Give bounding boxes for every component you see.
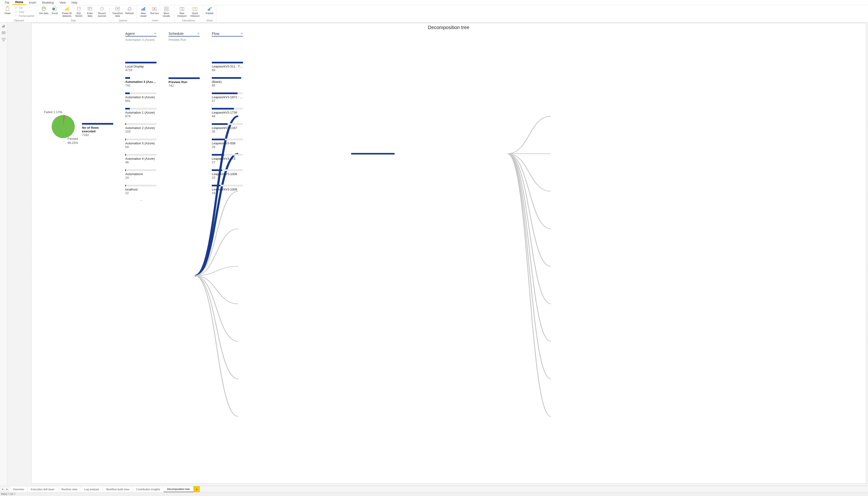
- decomp-node[interactable]: Local Display4718: [125, 62, 156, 72]
- svg-rect-42: [4, 38, 5, 39]
- svg-rect-33: [2, 26, 3, 27]
- decomp-header-schedule[interactable]: Schedule ✕: [168, 31, 200, 36]
- decomp-node-value: 29: [212, 145, 243, 149]
- decomp-node[interactable]: LeapworkV3-116735: [212, 123, 243, 133]
- decomp-node[interactable]: Automation 3 (Azure)742: [125, 77, 156, 87]
- chevron-down-icon[interactable]: ⌄: [125, 198, 156, 202]
- pie-label-passed: Passed 98.25%: [68, 137, 78, 145]
- transform-icon: [115, 6, 120, 12]
- format-painter-button[interactable]: Format painter: [13, 14, 35, 18]
- decomp-bar-fill: [125, 154, 126, 156]
- tabs-next-button[interactable]: ►: [5, 486, 10, 492]
- publish-button[interactable]: Publish: [204, 6, 215, 15]
- decomp-node-title: Automation 5 (Azure): [125, 141, 156, 145]
- menu-help[interactable]: Help: [69, 0, 80, 5]
- refresh-button[interactable]: Refresh: [124, 6, 135, 15]
- publish-icon: [207, 6, 212, 12]
- page-tab[interactable]: Execution drill down: [28, 486, 58, 492]
- new-visual-button[interactable]: New visual: [138, 6, 149, 18]
- decomp-node-title: LeapworkV3-1009: [212, 188, 243, 191]
- recent-sources-button[interactable]: Recent sources: [96, 6, 108, 18]
- menu-insert[interactable]: Insert: [26, 0, 39, 5]
- close-icon[interactable]: ✕: [240, 32, 243, 35]
- menu-modeling[interactable]: Modeling: [39, 0, 57, 5]
- data-view-icon[interactable]: [1, 31, 6, 35]
- decomp-node[interactable]: Automation 4 (Azure)46: [125, 154, 156, 164]
- decomp-header-agent[interactable]: Agent ✕: [125, 31, 156, 36]
- decomposition-tree-visual[interactable]: Agent ✕ Automation 3 (Azure) Schedule ✕ …: [82, 31, 864, 481]
- sql-server-button[interactable]: SQL Server: [74, 6, 84, 18]
- leader-line-icon: [58, 111, 65, 116]
- close-icon[interactable]: ✕: [154, 32, 156, 35]
- decomp-bar-track: [125, 92, 156, 94]
- more-visuals-button[interactable]: More visuals: [160, 6, 173, 18]
- decomp-node[interactable]: Automation 1 (Azure)674: [125, 108, 156, 118]
- page-tabs: ◄ ► OverviewExecution drill downRuntime …: [0, 486, 868, 492]
- decomp-bar-track: [125, 108, 156, 110]
- svg-rect-43: [3, 40, 4, 41]
- svg-text:A: A: [153, 7, 155, 10]
- decomp-root-node[interactable]: No of flows executed 7162: [82, 123, 113, 137]
- quick-measure-button[interactable]: Quick measure: [189, 6, 201, 18]
- report-canvas[interactable]: Decomposition tree Failed 1.17% Passed 9…: [7, 22, 868, 486]
- decomp-node[interactable]: LeapworkV3-100623: [212, 169, 243, 180]
- decomp-bar-fill: [212, 77, 241, 79]
- add-page-button[interactable]: +: [194, 486, 200, 492]
- decomp-node[interactable]: Automation424: [125, 169, 156, 180]
- leader-line-icon: [64, 134, 68, 138]
- decomp-node[interactable]: LeapworkV3-100919: [212, 185, 243, 195]
- copy-button[interactable]: Copy: [13, 10, 35, 14]
- decomp-bar-fill: [212, 62, 243, 63]
- decomp-node[interactable]: Preview Run742: [168, 77, 200, 88]
- decomp-node-title: localhost: [125, 188, 156, 191]
- excel-button[interactable]: XExcel: [49, 6, 60, 15]
- decomp-node[interactable]: LeapworkV3-47327: [212, 154, 243, 164]
- new-measure-button[interactable]: New measure: [176, 6, 188, 18]
- text-box-button[interactable]: AText box: [149, 6, 160, 15]
- page-tab[interactable]: Overview: [10, 486, 28, 492]
- cut-button[interactable]: Cut: [13, 6, 35, 10]
- decomp-node[interactable]: LeapworkV3-50929: [212, 139, 243, 149]
- new-visual-icon: [140, 6, 146, 12]
- menu-view[interactable]: View: [57, 0, 69, 5]
- model-view-icon[interactable]: [1, 37, 6, 42]
- decomp-node[interactable]: LeapworkV3-1971 : To...57: [212, 92, 243, 103]
- page-tab[interactable]: Log analysis: [81, 486, 103, 492]
- page-tab[interactable]: Workflow build view: [103, 486, 133, 492]
- page-tab[interactable]: Decomposition tree: [164, 486, 194, 492]
- ribbon-group-label: Data: [39, 19, 108, 22]
- decomp-node[interactable]: LeapworkV3-173849: [212, 108, 243, 118]
- decomp-node[interactable]: Automation 2 (Azure)103: [125, 123, 156, 133]
- page-tab[interactable]: Runtime view: [58, 486, 81, 492]
- decomp-bar-track: [212, 154, 243, 156]
- decomp-node-value: 54: [125, 145, 156, 149]
- transform-data-button[interactable]: Transform data: [111, 6, 124, 18]
- decomp-node[interactable]: LeapworkV3-311 : Tok...69: [212, 62, 243, 72]
- get-data-button[interactable]: Get data: [39, 6, 49, 15]
- report-view-icon[interactable]: [1, 24, 6, 28]
- decomp-node-value: 4718: [125, 68, 156, 72]
- decomp-node[interactable]: Automation 6 (Azure)691: [125, 92, 156, 103]
- decomp-node[interactable]: Automation 5 (Azure)54: [125, 139, 156, 149]
- decomp-header-agent-sub: Automation 3 (Azure): [125, 38, 156, 42]
- enter-data-button[interactable]: Enter data: [85, 6, 95, 18]
- more-visuals-icon: [164, 6, 169, 12]
- decomp-node-title: Automation 4 (Azure): [125, 157, 156, 160]
- menu-file[interactable]: File: [2, 0, 12, 5]
- pbi-datasets-button[interactable]: Power BI datasets: [61, 6, 73, 18]
- close-icon[interactable]: ✕: [197, 32, 200, 35]
- page-tab[interactable]: Contribution insights: [133, 486, 164, 492]
- svg-rect-20: [141, 9, 143, 11]
- decomp-node[interactable]: localhost22: [125, 185, 156, 195]
- tabs-prev-button[interactable]: ◄: [0, 486, 5, 492]
- decomp-node[interactable]: (Blank)65: [212, 77, 243, 87]
- decomp-node-title: LeapworkV3-311 : Tok...: [212, 65, 243, 68]
- chevron-down-icon[interactable]: ⌄: [212, 198, 243, 202]
- menu-home[interactable]: Home: [12, 0, 26, 5]
- view-switcher: [0, 22, 7, 486]
- decomp-bar-track: [212, 77, 243, 79]
- decomp-header-flow[interactable]: Flow ✕: [212, 31, 243, 36]
- paste-button[interactable]: Paste: [2, 6, 13, 15]
- decomp-bar-track: [212, 139, 243, 140]
- decomp-node-value: 35: [212, 130, 243, 133]
